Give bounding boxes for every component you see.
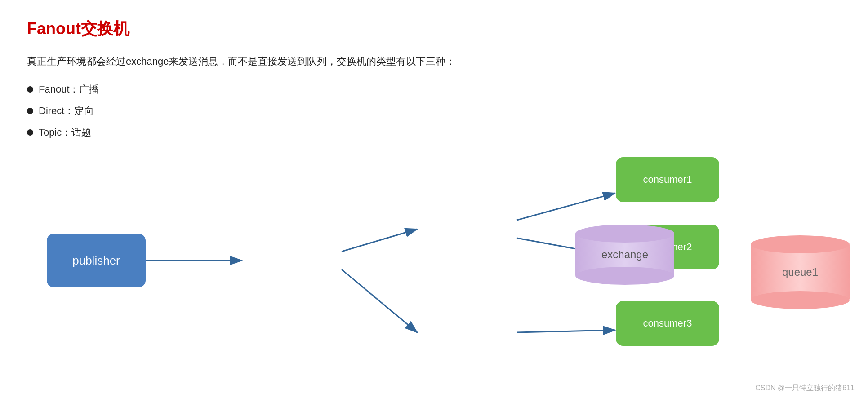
consumer1-label-box: consumer1 [616, 157, 719, 202]
diagram-area: publisher exchange queue1 queue2 consume… [27, 157, 791, 391]
bullet-dot [27, 129, 33, 136]
exchange-top [575, 225, 674, 243]
publisher-box: publisher [47, 234, 146, 287]
watermark: CSDN @一只特立独行的猪611 [755, 384, 855, 393]
bullet-dot [27, 108, 33, 114]
bullet-label-topic: Topic：话题 [39, 126, 91, 139]
queue1-label: queue1 [782, 266, 818, 278]
exchange-bottom [575, 267, 674, 285]
queue1-top [751, 235, 850, 253]
bullet-dot [27, 86, 33, 93]
page-title: Fanout交换机 [27, 18, 841, 40]
consumer3-label: consumer3 [643, 318, 692, 329]
queue1-bottom [751, 291, 850, 309]
list-item: Direct：定向 [27, 104, 841, 118]
svg-line-4 [517, 193, 615, 220]
svg-line-6 [517, 330, 615, 332]
exchange-label: exchange [601, 248, 648, 261]
bullet-label-fanout: Fanout：广播 [39, 83, 99, 96]
consumer1-label: consumer1 [643, 174, 692, 186]
list-item: Topic：话题 [27, 126, 841, 139]
consumer3-label-box: consumer3 [616, 301, 719, 346]
intro-text: 真正生产环境都会经过exchange来发送消息，而不是直接发送到队列，交换机的类… [27, 53, 841, 69]
consumer1-box: consumer1 [616, 157, 719, 202]
consumer3-box: consumer3 [616, 301, 719, 346]
bullet-label-direct: Direct：定向 [39, 104, 94, 118]
bullet-list: Fanout：广播 Direct：定向 Topic：话题 [27, 83, 841, 139]
list-item: Fanout：广播 [27, 83, 841, 96]
title-suffix: 交换机 [81, 19, 129, 38]
title-prefix: Fanout [27, 19, 81, 38]
publisher-label: publisher [72, 254, 120, 268]
